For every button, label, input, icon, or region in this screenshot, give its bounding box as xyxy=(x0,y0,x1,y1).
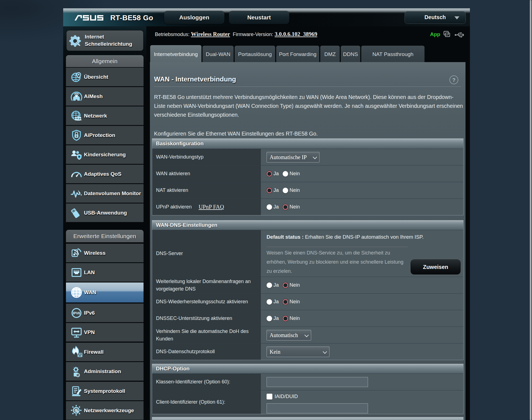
svg-text:IPV6: IPV6 xyxy=(73,311,80,315)
